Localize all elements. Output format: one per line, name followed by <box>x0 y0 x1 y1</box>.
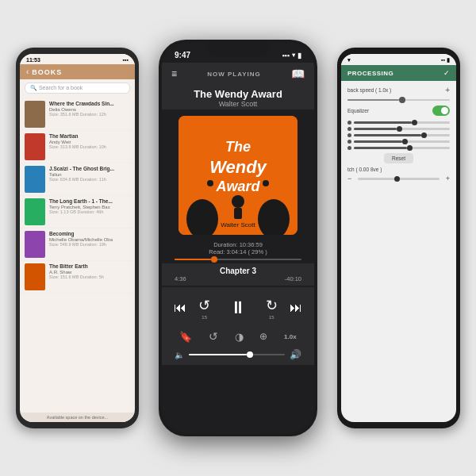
skip-back-button[interactable]: ↺ 15 <box>198 297 210 320</box>
progress-bar-container[interactable] <box>162 257 314 263</box>
speed-button[interactable]: 1.0x <box>284 333 297 340</box>
book-meta: Size: 548.9 MB Duration: 19h <box>49 242 130 247</box>
center-phone: 9:47 ▪▪▪ ▾ ▮ ≡ NOW PLAYING 📖 The Wendy A… <box>159 40 317 436</box>
book-meta: Size: 313.8 MB Duration: 10h <box>49 144 130 149</box>
menu-icon[interactable]: ≡ <box>171 68 177 79</box>
signal-icon: ▪▪▪ <box>282 52 290 60</box>
svg-rect-8 <box>234 208 242 219</box>
back-button[interactable]: ‹ <box>26 67 29 76</box>
chapter-name: Chapter 3 <box>220 267 256 275</box>
right-check-icon[interactable]: ✓ <box>443 69 450 77</box>
pitch-minus-icon[interactable]: − <box>347 175 351 182</box>
eq-dot <box>347 140 351 144</box>
volume-row: 🔈 🔊 <box>162 347 314 365</box>
book-icon[interactable]: 📖 <box>291 67 305 80</box>
list-item[interactable]: The Long Earth - 1 - The... Terry Pratch… <box>20 196 135 228</box>
refresh-button[interactable]: ↺ <box>209 330 218 343</box>
now-playing-label: NOW PLAYING <box>207 71 261 78</box>
book-title: J.Scalzi - The Ghost Brig... <box>49 166 130 172</box>
cast-button[interactable]: ⊕ <box>259 331 267 342</box>
eq-row-4 <box>347 140 450 144</box>
equalizer-label: Equalizer <box>347 108 369 113</box>
left-phone-screen: 11:53 ▪▪▪ ‹ BOOKS 🔍 Search for a book Wh… <box>20 54 135 422</box>
volume-thumb[interactable] <box>247 351 253 358</box>
list-item[interactable]: J.Scalzi - The Ghost Brig... Taliun Size… <box>20 163 135 196</box>
book-title: The Martian <box>49 133 130 140</box>
secondary-controls: 🔖 ↺ ◑ ⊕ 1.0x <box>162 327 314 347</box>
time-row: 4:36 -40:10 <box>171 275 305 282</box>
skip-forward-label: 15 <box>269 315 274 320</box>
book-title: The Bitter Earth <box>49 263 130 270</box>
skip-forward-button[interactable]: ↻ 15 <box>266 297 278 320</box>
play-pause-button[interactable]: ⏸ <box>222 292 254 324</box>
svg-text:Walter Scott: Walter Scott <box>221 221 255 228</box>
search-input[interactable]: 🔍 Search for a book <box>25 83 130 94</box>
list-item[interactable]: The Bitter Earth A.R. Shaw Size: 151.6 M… <box>20 261 135 294</box>
total-duration: Duration: 10:36:59 <box>162 241 314 248</box>
svg-text:Award: Award <box>215 178 260 194</box>
skip-back-label: 15 <box>202 315 207 320</box>
equalizer-row: Equalizer <box>347 106 450 116</box>
wifi-icon: ▾ <box>292 52 295 59</box>
right-header: PROCESSING ✓ <box>341 65 456 81</box>
volume-high-icon: 🔊 <box>290 349 301 360</box>
left-status-bar: 11:53 ▪▪▪ <box>20 54 135 64</box>
speed-plus-icon[interactable]: + <box>445 86 450 94</box>
pitch-slider[interactable] <box>358 178 439 180</box>
eq-dot <box>347 146 351 150</box>
svg-text:Wendy: Wendy <box>209 157 267 177</box>
center-header: ≡ NOW PLAYING 📖 <box>162 63 314 85</box>
left-search-bar: 🔍 Search for a book <box>20 79 135 97</box>
playback-speed-row: back speed ( 1.0x ) + <box>347 86 450 94</box>
read-info: Read: 3:04:14 ( 29% ) <box>162 248 314 255</box>
eq-row-3 <box>347 133 450 137</box>
playback-speed-label: back speed ( 1.0x ) <box>347 87 391 93</box>
pitch-row: tch ( 0.00 8ve ) <box>347 167 450 172</box>
svg-point-7 <box>232 195 244 208</box>
progress-bar[interactable] <box>175 259 301 260</box>
center-time: 9:47 <box>175 51 190 60</box>
playback-controls: ⏮ ↺ 15 ⏸ ↻ 15 ⏭ <box>162 287 314 327</box>
book-title: Where the Crawdads Sin... <box>49 101 130 107</box>
progress-thumb[interactable] <box>211 256 217 263</box>
svg-point-10 <box>263 180 269 186</box>
right-wifi-icon: ▾ <box>347 57 351 63</box>
book-title: Becoming <box>49 231 130 237</box>
list-item[interactable]: The Martian Andy Weir Size: 313.8 MB Dur… <box>20 131 135 163</box>
book-main-title: The Wendy Award <box>168 88 308 100</box>
book-list: Where the Crawdads Sin... Delia Owens Si… <box>20 97 135 295</box>
left-footer: Available space on the device... <box>20 413 135 422</box>
equalizer-toggle[interactable] <box>432 106 450 116</box>
svg-point-9 <box>207 180 213 186</box>
book-title-section: The Wendy Award Walter Scott <box>162 85 314 109</box>
reset-button[interactable]: Reset <box>384 153 413 163</box>
volume-slider[interactable] <box>189 354 285 355</box>
album-art: The Wendy Award Walter Scott <box>178 116 298 235</box>
eq-dot <box>347 133 351 137</box>
left-time: 11:53 <box>26 57 40 63</box>
eq-row-1 <box>347 121 450 125</box>
fast-forward-button[interactable]: ⏭ <box>290 301 302 315</box>
eq-row-2 <box>347 127 450 131</box>
svg-text:The: The <box>225 139 251 155</box>
pitch-label: tch ( 0.00 8ve ) <box>347 167 382 172</box>
pitch-plus-icon[interactable]: + <box>446 175 450 182</box>
bookmark-button[interactable]: 🔖 <box>179 331 192 343</box>
list-item[interactable]: Where the Crawdads Sin... Delia Owens Si… <box>20 98 135 131</box>
battery-icon: ▮ <box>298 52 301 60</box>
notch <box>206 40 270 57</box>
scene: 11:53 ▪▪▪ ‹ BOOKS 🔍 Search for a book Wh… <box>16 16 460 460</box>
left-phone: 11:53 ▪▪▪ ‹ BOOKS 🔍 Search for a book Wh… <box>16 48 139 428</box>
brightness-button[interactable]: ◑ <box>235 331 244 343</box>
book-title: The Long Earth - 1 - The... <box>49 198 130 205</box>
skip-back-icon: ↺ <box>198 297 210 314</box>
duration-section: Duration: 10:36:59 Read: 3:04:14 ( 29% ) <box>162 238 314 257</box>
list-item[interactable]: Becoming Michelle Obama/Michelle Oba Siz… <box>20 228 135 261</box>
right-phone-screen: ▾ ▪▪ ▮ PROCESSING ✓ back speed ( 1.0x ) … <box>341 54 456 422</box>
right-phone: ▾ ▪▪ ▮ PROCESSING ✓ back speed ( 1.0x ) … <box>337 48 460 428</box>
eq-row-5 <box>347 146 450 150</box>
right-content: back speed ( 1.0x ) + Equalizer <box>341 81 456 187</box>
progress-fill <box>175 259 211 260</box>
rewind-button[interactable]: ⏮ <box>174 301 186 315</box>
fast-forward-icon: ⏭ <box>290 301 302 315</box>
